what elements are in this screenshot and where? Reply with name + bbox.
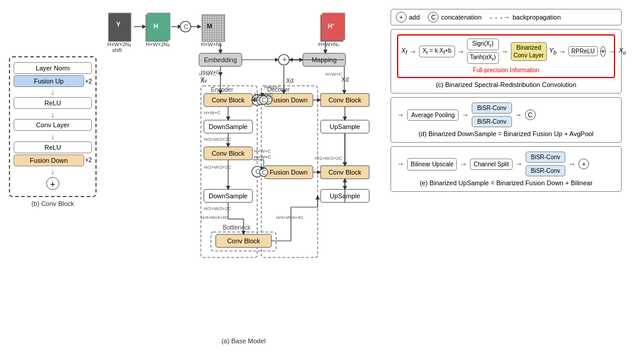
svg-text:Embedding: Embedding <box>204 56 237 63</box>
svg-text:Conv Block: Conv Block <box>328 96 361 104</box>
full-precision-label: Full-precision Information <box>473 67 539 73</box>
arrow-right-3: → <box>559 47 566 56</box>
svg-text:H×W×C: H×W×C <box>325 72 343 77</box>
svg-text:H×W×C: H×W×C <box>199 72 216 77</box>
conv-block-diagram: Layer Norm Fusion Up ×2 ↓ ReLU ↓ Conv La… <box>9 56 97 197</box>
svg-rect-6 <box>148 13 170 40</box>
svg-text:H×W×C: H×W×C <box>204 110 221 115</box>
svg-text:Conv Block: Conv Block <box>212 150 245 157</box>
legend: + add C concatenation - - -→ backpropaga… <box>391 9 622 25</box>
arrow-e4: → <box>568 160 575 168</box>
concat-icon: C <box>428 12 439 22</box>
diagram-d: → Average Pooling → BiSR-Conv BiSR-Conv … <box>391 97 622 143</box>
svg-text:H/2×W/2×2C: H/2×W/2×2C <box>204 137 231 142</box>
main-container: Layer Norm Fusion Up ×2 ↓ ReLU ↓ Conv La… <box>0 0 640 364</box>
relu-box-2: ReLU <box>14 141 92 153</box>
base-model-svg: Y H×W×2N₁ shift H H×W×2N₁ C <box>101 6 386 349</box>
yb-label: Yb <box>549 47 556 56</box>
svg-text:+: + <box>282 54 287 64</box>
add-label: add <box>409 14 420 21</box>
diagram-e: → Bilinear Upscale → Channel Split → BiS… <box>391 146 622 192</box>
svg-text:H×W×C: H×W×C <box>254 149 271 154</box>
channel-split-box: Channel Split <box>470 159 512 170</box>
sign-box: Sign(Xr) <box>467 38 499 50</box>
svg-text:(a) Base Model: (a) Base Model <box>222 337 266 344</box>
svg-text:Bottleneck: Bottleneck <box>223 224 251 231</box>
layer-norm-box: Layer Norm <box>14 62 92 74</box>
arrow-right-2: → <box>501 47 508 56</box>
svg-text:C: C <box>184 23 188 30</box>
svg-text:DownSample: DownSample <box>209 123 247 130</box>
concat-label: concatenation <box>441 14 482 21</box>
binarized-conv-box: BinarizedConv Layer <box>511 42 547 61</box>
caption-b: (b) Conv Block <box>9 200 97 207</box>
svg-text:Conv Block: Conv Block <box>227 237 260 244</box>
concat-circle-d: C <box>525 109 536 120</box>
svg-text:DownSample: DownSample <box>209 192 247 199</box>
formula-box: Xr = k·Xf+b <box>419 46 455 57</box>
xo-label: Xo <box>619 47 626 56</box>
svg-text:H×W×C: H×W×C <box>254 154 271 160</box>
arrow-right-1: → <box>409 47 417 56</box>
x2-label: ×2 <box>85 78 92 85</box>
arrow-right-4: → <box>608 47 616 56</box>
bisr-conv-d2: BiSR-Conv <box>472 116 511 127</box>
svg-text:Encoder: Encoder <box>211 86 233 93</box>
caption-d: (d) Binarized DownSample = Binarized Fus… <box>397 130 615 137</box>
svg-text:Xₛ: Xₛ <box>201 76 207 83</box>
svg-text:H×W×N₀: H×W×N₀ <box>318 41 340 47</box>
arrow-in-d: → <box>397 111 404 119</box>
caption-c: (c) Binarized Spectral-Redistribution Co… <box>397 81 615 88</box>
svg-text:H': H' <box>328 22 334 30</box>
conv-layer-box: Conv Layer <box>14 119 92 131</box>
dashed-line-icon: - - -→ <box>490 14 510 21</box>
arrow-fork: → <box>457 47 465 56</box>
right-panel: + add C concatenation - - -→ backpropaga… <box>391 6 622 358</box>
svg-text:Y: Y <box>116 21 121 28</box>
svg-text:H/2×W/2×2C: H/2×W/2×2C <box>204 206 231 211</box>
svg-text:H/4×W/4×4C: H/4×W/4×4C <box>276 215 303 220</box>
tanh-box: Tanh(αXr) <box>467 52 499 64</box>
svg-text:H/4×W/4×4C: H/4×W/4×4C <box>201 215 228 220</box>
backprop-label: backpropagation <box>513 14 561 21</box>
add-icon: + <box>396 12 407 22</box>
svg-text:H/2×W/2×2C: H/2×W/2×2C <box>204 165 231 170</box>
svg-text:H/2×W/2×2C: H/2×W/2×2C <box>315 156 342 161</box>
xf-label: Xf <box>401 47 407 56</box>
arrow-e2: → <box>460 160 467 168</box>
arrow-e3: → <box>516 160 523 168</box>
bisr-conv-e2: BiSR-Conv <box>526 165 565 176</box>
avg-pool-box: Average Pooling <box>407 109 459 121</box>
bisr-conv-d1: BiSR-Conv <box>472 102 511 114</box>
backprop-legend: - - -→ backpropagation <box>490 14 561 21</box>
svg-text:Xd: Xd <box>286 78 293 84</box>
x2-label-2: ×2 <box>85 157 92 163</box>
svg-text:UpSample: UpSample <box>329 123 360 130</box>
svg-text:H×W×2N₁: H×W×2N₁ <box>107 41 132 47</box>
fusion-up-box: Fusion Up <box>14 75 84 87</box>
svg-text:Fusion Down: Fusion Down <box>270 169 308 176</box>
svg-text:shift: shift <box>112 47 122 53</box>
svg-text:M: M <box>207 22 212 30</box>
svg-text:Conv Block: Conv Block <box>328 169 361 176</box>
arrow-fork-d: → <box>462 111 469 119</box>
svg-text:H: H <box>153 22 158 30</box>
add-legend: + add <box>396 12 420 22</box>
svg-rect-16 <box>202 15 225 41</box>
bisr-conv-e1: BiSR-Conv <box>526 152 565 163</box>
svg-text:H×W×2N₁: H×W×2N₁ <box>146 41 170 47</box>
conv-block-panel: Layer Norm Fusion Up ×2 ↓ ReLU ↓ Conv La… <box>9 56 97 358</box>
svg-text:Xd: Xd <box>341 76 348 83</box>
svg-text:H×W×N₁: H×W×N₁ <box>201 41 222 47</box>
svg-text:C: C <box>262 97 266 104</box>
svg-text:C: C <box>262 169 266 176</box>
plus-circle-e: + <box>578 159 589 169</box>
plus-circle-c: + <box>600 46 606 57</box>
plus-circle-b: + <box>46 177 59 190</box>
fusion-down-box: Fusion Down <box>14 154 84 166</box>
svg-text:Fusion Down: Fusion Down <box>270 96 308 104</box>
diagram-c: Xf → Xr = k·Xf+b → Sign(Xr) Tanh(αXr) → … <box>391 29 622 94</box>
concat-legend: C concatenation <box>428 12 482 22</box>
caption-e: (e) Binarized UpSample = Binarized Fusio… <box>397 179 615 186</box>
arrow-right-d: → <box>515 111 522 119</box>
